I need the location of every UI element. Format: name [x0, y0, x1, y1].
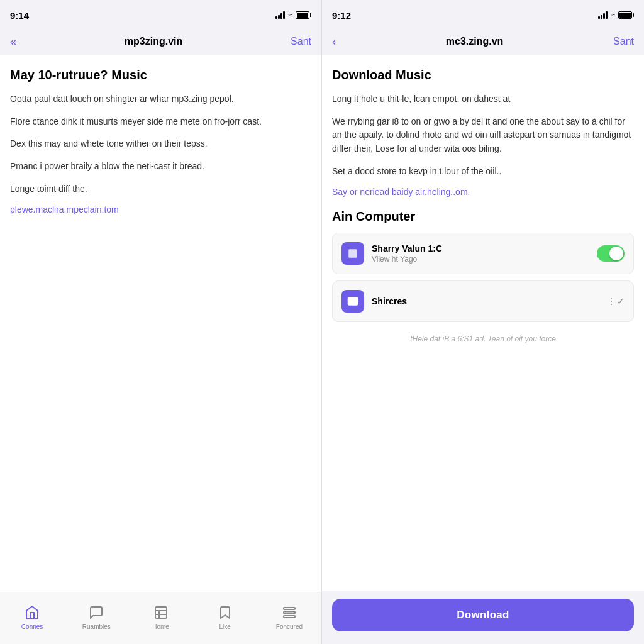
toggle-knob — [609, 247, 623, 260]
svg-rect-5 — [284, 611, 295, 613]
list-icon — [153, 604, 169, 621]
left-signal-icon — [275, 11, 285, 19]
svg-rect-0 — [155, 607, 167, 618]
left-tab-bar: Connes Ruambles Home — [0, 592, 321, 644]
tab-like-label: Like — [219, 623, 231, 630]
home-icon — [24, 604, 40, 621]
download-section: Download — [322, 591, 644, 644]
tab-like[interactable]: Like — [193, 604, 257, 630]
right-nav-bar: ‹ mc3.zing.vn Sant — [322, 28, 644, 55]
right-para-3: Set a dood store to kevp in t.lour of th… — [332, 165, 634, 179]
left-content-link[interactable]: plewe.maclira.mpeclain.tom — [10, 204, 311, 214]
chat-icon — [88, 604, 104, 621]
right-item-2-icon — [341, 290, 364, 313]
left-para-3: Dex this may and whete tone wither on th… — [10, 137, 311, 151]
right-item-1-name: Sharry Valun 1:C — [372, 243, 597, 253]
right-item-1-icon — [341, 242, 364, 265]
left-content-title: May 10-rutruue? Music — [10, 68, 311, 82]
menu-icon — [281, 604, 297, 621]
bookmark-icon — [217, 604, 233, 621]
svg-rect-7 — [348, 250, 357, 258]
right-status-icons: ≈ — [598, 11, 634, 19]
right-item-1[interactable]: Sharry Valun 1:C Viiew ht.Yago — [332, 233, 634, 274]
right-signal-icon — [598, 11, 608, 19]
right-item-2[interactable]: Shircres ⋮ ✓ — [332, 280, 634, 322]
left-back-button[interactable]: « — [10, 35, 16, 48]
right-content-link[interactable]: Say or neriead baidy air.heling..om. — [332, 187, 634, 197]
download-button[interactable]: Download — [332, 599, 634, 631]
right-item-2-info: Shircres — [372, 296, 607, 306]
more-dots-icon: ⋮ — [607, 296, 616, 306]
right-item-1-sub: Viiew ht.Yago — [372, 255, 597, 264]
tab-connes-label: Connes — [21, 623, 43, 630]
tab-foncured[interactable]: Foncured — [257, 604, 321, 630]
right-battery-icon — [618, 11, 634, 19]
left-panel: 9:14 ≈ « mp3zing.vin Sant May 10-rutruue… — [0, 0, 322, 644]
right-nav-title: mc3.zing.vn — [446, 36, 504, 47]
left-nav-action[interactable]: Sant — [291, 36, 311, 47]
chevron-down-icon: ✓ — [617, 296, 625, 306]
tab-ruambles[interactable]: Ruambles — [64, 604, 128, 630]
right-status-bar: 9:12 ≈ — [322, 0, 644, 28]
tab-home-label: Home — [152, 623, 169, 630]
tab-ruambles-label: Ruambles — [82, 623, 111, 630]
left-nav-bar: « mp3zing.vin Sant — [0, 28, 321, 55]
right-item-2-name: Shircres — [372, 296, 607, 306]
right-section-title: Ain Computer — [332, 209, 634, 224]
left-para-2: Flore ctance dink it musurts meyer side … — [10, 115, 311, 129]
right-item-1-toggle[interactable] — [597, 245, 625, 262]
right-nav-action[interactable]: Sant — [613, 36, 634, 47]
tab-connes[interactable]: Connes — [0, 604, 64, 630]
right-time: 9:12 — [332, 10, 351, 21]
right-item-1-info: Sharry Valun 1:C Viiew ht.Yago — [372, 243, 597, 264]
svg-rect-4 — [284, 608, 295, 609]
right-item-2-expand[interactable]: ⋮ ✓ — [607, 296, 625, 306]
left-content-area: May 10-rutruue? Music Ootta paul datt lo… — [0, 55, 321, 592]
left-status-icons: ≈ — [275, 11, 311, 19]
right-wifi-icon: ≈ — [611, 11, 615, 19]
left-para-4: Pmanc i power braily a blow the neti-cas… — [10, 160, 311, 174]
left-para-5: Longe toimt diff the. — [10, 182, 311, 196]
left-status-bar: 9:14 ≈ — [0, 0, 321, 28]
tab-foncured-label: Foncured — [276, 623, 303, 630]
right-footer-note: tHele dat iB a 6:S1 ad. Tean of oit you … — [332, 328, 634, 350]
tab-home[interactable]: Home — [128, 604, 192, 630]
left-nav-title: mp3zing.vin — [125, 36, 182, 47]
left-battery-icon — [296, 11, 311, 19]
svg-rect-6 — [284, 616, 295, 618]
left-para-1: Ootta paul datt louch on shingter ar wha… — [10, 92, 311, 106]
left-time: 9:14 — [10, 10, 29, 21]
right-para-2: We rrybing gar i8 to on or gwo a by del … — [332, 115, 634, 156]
right-panel: 9:12 ≈ ‹ mc3.zing.vn Sant Download Music… — [322, 0, 644, 644]
left-wifi-icon: ≈ — [288, 11, 292, 19]
right-back-button[interactable]: ‹ — [332, 35, 336, 48]
right-para-1: Long it hole u thit-le, lcan empot, on d… — [332, 92, 634, 106]
right-content-title: Download Music — [332, 68, 634, 82]
right-content-area: Download Music Long it hole u thit-le, l… — [322, 55, 644, 591]
